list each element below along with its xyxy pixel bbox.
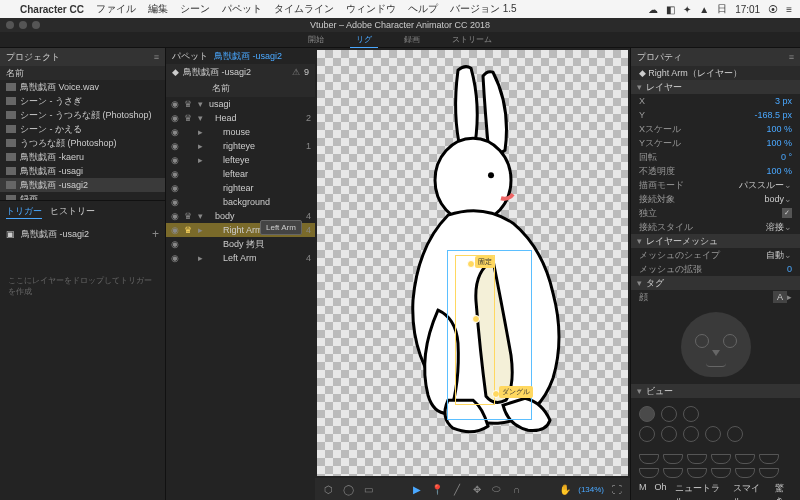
- menu-puppet[interactable]: パペット: [222, 2, 262, 16]
- zoom-level[interactable]: (134%): [578, 485, 604, 494]
- view-dot[interactable]: [705, 426, 721, 442]
- layer-row[interactable]: ◉▸mouse: [166, 125, 315, 139]
- menu-timeline[interactable]: タイムライン: [274, 2, 334, 16]
- layer-row[interactable]: ◉▸Left Arm4: [166, 251, 315, 265]
- menu-version[interactable]: バージョン 1.5: [450, 2, 517, 16]
- visibility-icon[interactable]: ◉: [170, 99, 180, 109]
- layer-row[interactable]: ◉Body 拷貝: [166, 237, 315, 251]
- visibility-icon[interactable]: ◉: [170, 183, 180, 193]
- menu-file[interactable]: ファイル: [96, 2, 136, 16]
- layer-row[interactable]: ◉♛▾Head2: [166, 111, 315, 125]
- project-item[interactable]: 鳥獣戯画 -usagi: [0, 164, 165, 178]
- tool-magnet-icon[interactable]: ∩: [510, 482, 524, 496]
- panel-menu-icon[interactable]: ≡: [789, 52, 794, 62]
- handle-tag-fixed[interactable]: 固定: [475, 256, 495, 268]
- tag-value[interactable]: A: [773, 291, 787, 303]
- project-item[interactable]: 鳥獣戯画 Voice.wav: [0, 80, 165, 94]
- independent-checkbox[interactable]: ✓: [782, 208, 792, 218]
- menu-icon[interactable]: ≡: [786, 4, 792, 15]
- visibility-icon[interactable]: ◉: [170, 113, 180, 123]
- view-dot[interactable]: [661, 426, 677, 442]
- section-mesh[interactable]: レイヤーメッシュ: [646, 235, 718, 248]
- status-icon[interactable]: ☁: [648, 4, 658, 15]
- attach-to-select[interactable]: body: [764, 194, 784, 204]
- prop-value[interactable]: -168.5 px: [754, 110, 792, 120]
- wifi-icon[interactable]: ▲: [699, 4, 709, 15]
- lang-icon[interactable]: 日: [717, 2, 727, 16]
- visibility-icon[interactable]: ◉: [170, 239, 180, 249]
- tool-pin-icon[interactable]: 📍: [430, 482, 444, 496]
- face-left-eye-icon[interactable]: [695, 334, 709, 348]
- blend-mode-select[interactable]: パススルー: [739, 179, 784, 192]
- hand-tool-icon[interactable]: ✋: [558, 482, 572, 496]
- layer-row[interactable]: ◉▸lefteye: [166, 153, 315, 167]
- mouth-shape[interactable]: [663, 468, 683, 478]
- tab-history[interactable]: ヒストリー: [50, 205, 95, 219]
- tool-select-icon[interactable]: ▶: [410, 482, 424, 496]
- prop-value[interactable]: 100 %: [766, 166, 792, 176]
- tab-stream[interactable]: ストリーム: [446, 32, 498, 47]
- disclosure-icon[interactable]: ▸: [196, 225, 204, 235]
- menu-help[interactable]: ヘルプ: [408, 2, 438, 16]
- mouth-shape[interactable]: [735, 454, 755, 464]
- face-mouth-icon[interactable]: [706, 363, 726, 367]
- layer-row[interactable]: ◉leftear: [166, 167, 315, 181]
- visibility-icon[interactable]: ◉: [170, 197, 180, 207]
- project-item[interactable]: 鳥獣戯画 -kaeru: [0, 150, 165, 164]
- section-view[interactable]: ビュー: [646, 385, 673, 398]
- visibility-icon[interactable]: ◉: [170, 169, 180, 179]
- menu-window[interactable]: ウィンドウ: [346, 2, 396, 16]
- crown-icon[interactable]: ♛: [183, 211, 193, 221]
- project-item[interactable]: シーン - かえる: [0, 122, 165, 136]
- mouth-shape[interactable]: [711, 454, 731, 464]
- mouth-shape[interactable]: [759, 468, 779, 478]
- tab-triggers[interactable]: トリガー: [6, 205, 42, 219]
- mouth-shape[interactable]: [639, 454, 659, 464]
- layer-row[interactable]: ◉▸righteye1: [166, 139, 315, 153]
- face-nose-icon[interactable]: [712, 350, 720, 356]
- face-right-eye-icon[interactable]: [723, 334, 737, 348]
- mouth-shape[interactable]: [735, 468, 755, 478]
- panel-menu-icon[interactable]: ≡: [154, 52, 159, 62]
- handle-mid[interactable]: [472, 315, 480, 323]
- mouth-shape[interactable]: [639, 468, 659, 478]
- view-dot[interactable]: [639, 406, 655, 422]
- warning-icon[interactable]: ⚠: [292, 67, 300, 77]
- visibility-icon[interactable]: ◉: [170, 141, 180, 151]
- tool-dangle-icon[interactable]: ⬭: [490, 482, 504, 496]
- section-layer[interactable]: レイヤー: [646, 81, 682, 94]
- mesh-shape-select[interactable]: 自動: [766, 249, 784, 262]
- visibility-icon[interactable]: ◉: [170, 155, 180, 165]
- crown-icon[interactable]: ♛: [183, 99, 193, 109]
- visibility-icon[interactable]: ◉: [170, 225, 180, 235]
- view-dot[interactable]: [639, 426, 655, 442]
- project-item[interactable]: うつろな顔 (Photoshop): [0, 136, 165, 150]
- tool-handle-icon[interactable]: ◯: [341, 482, 355, 496]
- mesh-ext-value[interactable]: 0: [787, 264, 792, 274]
- layer-row[interactable]: ◉♛▾usagi: [166, 97, 315, 111]
- add-trigger-button[interactable]: +: [152, 227, 159, 241]
- status-icon[interactable]: ✦: [683, 4, 691, 15]
- fit-icon[interactable]: ⛶: [610, 482, 624, 496]
- project-item[interactable]: 鳥獣戯画 -usagi2: [0, 178, 165, 192]
- layer-row[interactable]: ◉background: [166, 195, 315, 209]
- view-dot[interactable]: [683, 426, 699, 442]
- prop-value[interactable]: 0 °: [781, 152, 792, 162]
- prop-value[interactable]: 100 %: [766, 138, 792, 148]
- app-name[interactable]: Character CC: [20, 4, 84, 15]
- breadcrumb-root[interactable]: パペット: [172, 50, 208, 63]
- project-item[interactable]: シーン - うさぎ: [0, 94, 165, 108]
- handle-tag-dangle[interactable]: ダングル: [499, 386, 533, 398]
- attach-style-select[interactable]: 溶接: [766, 221, 784, 234]
- tab-rig[interactable]: リグ: [350, 32, 378, 48]
- disclosure-icon[interactable]: ▸: [196, 155, 204, 165]
- prop-value[interactable]: 3 px: [775, 96, 792, 106]
- mouth-shape[interactable]: [759, 454, 779, 464]
- tab-record[interactable]: 録画: [398, 32, 426, 47]
- tool-dragger-icon[interactable]: ✥: [470, 482, 484, 496]
- crown-icon[interactable]: ♛: [183, 225, 193, 235]
- view-dot[interactable]: [683, 406, 699, 422]
- view-dot[interactable]: [727, 426, 743, 442]
- face-rig-widget[interactable]: [631, 304, 800, 384]
- status-icon[interactable]: ◧: [666, 4, 675, 15]
